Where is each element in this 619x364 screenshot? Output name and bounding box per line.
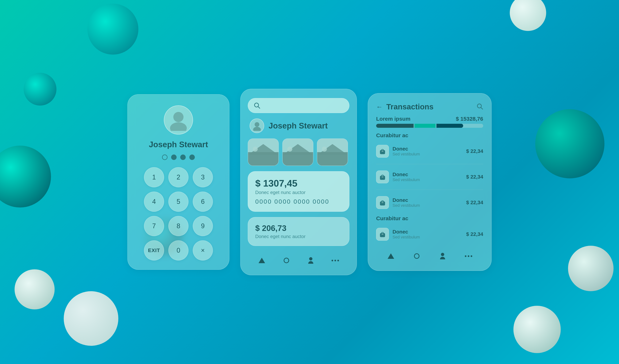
svg-rect-22 [382,151,383,152]
key-0[interactable]: 0 [169,240,188,260]
svg-rect-24 [382,177,383,177]
progress-section: Lorem ipsum $ 15328,76 [376,116,483,128]
svg-rect-26 [382,202,383,203]
key-5[interactable]: 5 [169,192,188,212]
txn-amount-4: $ 22,34 [466,231,483,237]
decorative-ball-5 [64,291,118,346]
key-3[interactable]: 3 [193,167,213,187]
nav-person-icon[interactable] [305,255,316,266]
txn-name-4: Donec [393,229,463,235]
search-icon [253,102,261,109]
app-user-row: Joseph Stewart [248,118,349,133]
svg-rect-25 [380,201,385,206]
app-user-avatar [250,118,264,133]
txn-sub-2: Sed vestibulum [393,177,463,182]
balance-card-2: $ 206,73 Donec eget nunc auctor [248,217,349,246]
pin-dot-4 [189,154,195,160]
txn-item-3: Donec Sed vestibulum $ 22,34 [376,194,483,211]
balance-desc-1: Donec eget nunc auctor [255,190,342,195]
balance-amount-2: $ 206,73 [255,224,342,233]
txn-nav-home-icon[interactable] [385,251,396,262]
section-3-label: Curabitur ac [376,215,483,222]
svg-line-20 [481,107,483,109]
txn-sub-3: Sed vestibulum [393,203,463,208]
card-thumb-3[interactable] [317,139,348,166]
progress-header: Lorem ipsum $ 15328,76 [376,116,483,122]
svg-rect-21 [380,150,385,154]
key-2[interactable]: 2 [169,167,188,187]
txn-nav-circle-icon[interactable] [411,251,422,262]
pin-dot-1 [162,154,168,160]
txn-bag-icon-2 [376,170,389,183]
balance-desc-2: Donec eget nunc auctor [255,234,342,239]
key-9[interactable]: 9 [193,216,213,236]
pin-dot-3 [180,154,186,160]
panels-container: Joseph Stewart 1 2 3 4 5 6 7 8 9 EXIT 0 … [127,89,492,275]
progress-seg-1 [376,124,414,128]
svg-point-0 [173,112,183,122]
txn-sub-4: Sed vestibulum [393,235,463,239]
txn-name-3: Donec [393,197,463,203]
cards-row [248,139,349,166]
txn-title-wrap: ← Transactions [376,102,434,111]
section-1-amount: $ 15328,76 [456,116,483,122]
key-6[interactable]: 6 [193,192,213,212]
svg-point-13 [287,147,292,152]
search-bar[interactable] [248,98,349,113]
txn-info-1: Donec Sed vestibulum [393,146,463,156]
svg-point-4 [254,122,259,127]
svg-point-17 [322,147,327,152]
nav-circle-icon[interactable] [281,255,292,266]
transactions-panel: ← Transactions Lorem ipsum $ 15328,76 [368,93,492,271]
svg-rect-27 [380,233,385,237]
back-button[interactable]: ← [376,103,383,111]
txn-header: ← Transactions [376,102,483,111]
decorative-ball-10 [568,246,614,291]
card-number: 0000 0000 0000 0000 [255,198,342,205]
decorative-ball-2 [510,0,546,31]
avatar [164,105,193,135]
txn-sub-1: Sed vestibulum [393,152,463,156]
key-4[interactable]: 4 [144,192,164,212]
key-exit[interactable]: EXIT [144,240,164,260]
avatar-icon [168,109,189,131]
keypad: 1 2 3 4 5 6 7 8 9 EXIT 0 × [144,167,213,260]
decorative-ball-6 [24,73,56,106]
txn-item-2: Donec Sed vestibulum $ 22,34 [376,169,483,185]
txn-bottom-nav [376,247,483,263]
pin-user-name: Joseph Stewart [149,140,208,149]
txn-name-1: Donec [393,146,463,152]
svg-rect-23 [380,176,385,180]
txn-info-3: Donec Sed vestibulum [393,197,463,208]
txn-amount-1: $ 22,34 [466,148,483,154]
search-input[interactable] [264,103,344,109]
progress-seg-2 [414,124,436,128]
divider-2 [376,190,483,190]
app-panel: Joseph Stewart [240,89,357,275]
card-thumb-2[interactable] [282,139,313,166]
svg-line-3 [258,106,260,108]
section-2-label: Curabitur ac [376,132,483,139]
pin-panel: Joseph Stewart 1 2 3 4 5 6 7 8 9 EXIT 0 … [127,94,229,270]
txn-item-1: Donec Sed vestibulum $ 22,34 [376,143,483,159]
txn-nav-more-icon[interactable] [463,251,474,262]
txn-title: Transactions [386,102,434,111]
txn-nav-person-icon[interactable] [437,251,448,262]
key-7[interactable]: 7 [144,216,164,236]
svg-rect-28 [382,234,383,235]
decorative-ball-9 [0,146,51,208]
key-delete[interactable]: × [193,240,213,260]
progress-seg-3 [436,124,463,128]
txn-amount-2: $ 22,34 [466,174,483,180]
key-8[interactable]: 8 [169,216,188,236]
nav-home-icon[interactable] [256,255,267,266]
txn-search-icon[interactable] [477,103,483,111]
card-thumb-1[interactable] [248,139,279,166]
pin-dots-row [162,154,195,160]
txn-info-4: Donec Sed vestibulum [393,229,463,239]
key-1[interactable]: 1 [144,167,164,187]
nav-more-icon[interactable] [330,255,341,266]
pin-dot-2 [171,154,177,160]
txn-bag-icon-3 [376,196,389,209]
decorative-ball-3 [535,109,605,178]
